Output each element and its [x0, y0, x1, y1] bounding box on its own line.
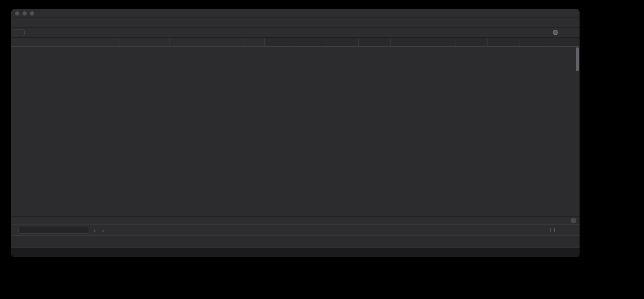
help-button[interactable] — [571, 218, 576, 223]
url-filter-input[interactable] — [15, 29, 25, 36]
column-header-nom[interactable] — [11, 38, 118, 46]
inspector-window: ‹ › — [11, 9, 580, 257]
column-header-initiateur[interactable] — [191, 38, 226, 46]
column-header-type[interactable] — [169, 38, 191, 46]
network-status-bar — [11, 216, 580, 224]
table-scrollbar[interactable] — [576, 47, 579, 215]
console-search-field[interactable] — [18, 227, 89, 234]
network-table — [11, 38, 580, 216]
minimize-button[interactable] — [22, 11, 27, 16]
titlebar[interactable] — [11, 9, 580, 18]
console-cleared-message — [11, 235, 580, 248]
network-filter-bar — [11, 28, 580, 38]
request-rows — [11, 47, 580, 216]
console-prompt[interactable] — [11, 248, 580, 257]
scrollbar-thumb[interactable] — [576, 47, 579, 71]
zoom-button[interactable] — [30, 11, 34, 16]
toolbar-right-icons — [571, 18, 580, 27]
back-button[interactable]: ‹ — [92, 227, 97, 233]
column-header-domaine[interactable] — [118, 38, 169, 46]
column-header-taille[interactable] — [226, 38, 244, 46]
disable-caches-checkbox[interactable] — [553, 30, 559, 35]
close-button[interactable] — [15, 11, 19, 16]
console-toolbar: ‹ › — [11, 224, 580, 235]
column-header-duree[interactable] — [244, 38, 265, 46]
emulate-gesture-checkbox[interactable] — [550, 228, 556, 232]
main-toolbar — [11, 18, 580, 28]
checkbox-icon — [550, 228, 555, 232]
traffic-lights — [11, 11, 34, 16]
main-tabs — [20, 18, 571, 27]
checkbox-icon — [553, 30, 558, 35]
dock-controls — [11, 18, 20, 27]
table-header — [11, 38, 580, 47]
timeline-header — [265, 38, 580, 46]
forward-button[interactable]: › — [101, 227, 105, 233]
